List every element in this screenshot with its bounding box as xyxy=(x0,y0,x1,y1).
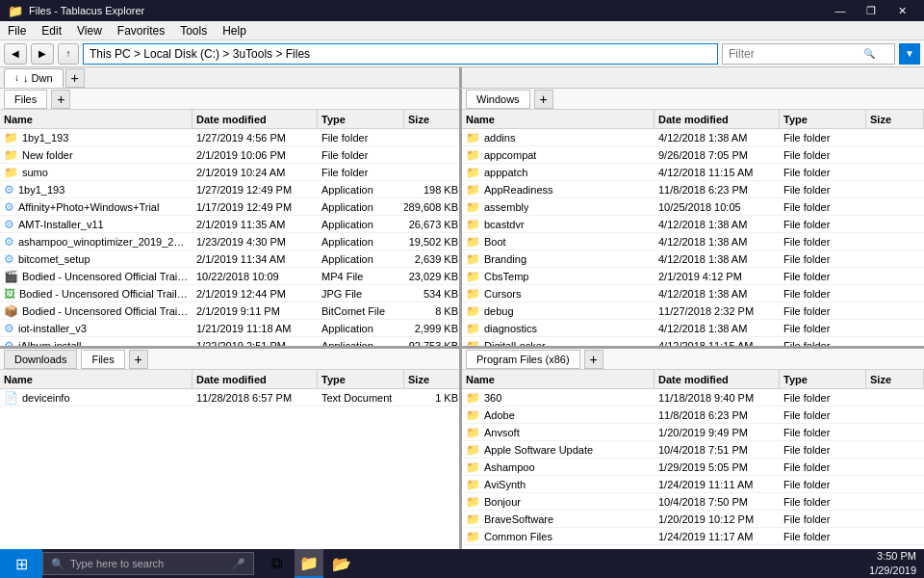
bottom-left-file-list[interactable]: Name Date modified Type Size 📄deviceinfo… xyxy=(0,370,459,578)
search-input[interactable] xyxy=(729,47,863,61)
top-left-header: Name Date modified Type Size xyxy=(0,110,459,129)
folder-taskbar[interactable]: 📂 xyxy=(327,549,356,578)
header-date-bl[interactable]: Date modified xyxy=(192,370,318,388)
table-row[interactable]: 📁appcompat 9/26/2018 7:05 PM File folder xyxy=(462,146,924,164)
header-date-r[interactable]: Date modified xyxy=(654,110,780,128)
top-right-file-list[interactable]: Name Date modified Type Size 📁addins 4/1… xyxy=(462,110,924,346)
file-size xyxy=(866,414,924,416)
table-row[interactable]: 🖼Bodied - Uncensored Official Trailer - … xyxy=(0,285,459,302)
header-type-bl[interactable]: Type xyxy=(318,370,404,388)
table-row[interactable]: 📁Branding 4/12/2018 1:38 AM File folder xyxy=(462,250,924,268)
table-row[interactable]: 📁apppatch 4/12/2018 11:15 AM File folder xyxy=(462,164,924,181)
file-type: Application xyxy=(318,252,404,266)
taskbar-search[interactable]: 🔍 Type here to search 🎤 xyxy=(42,552,254,575)
header-size-r[interactable]: Size xyxy=(866,110,924,128)
header-size[interactable]: Size xyxy=(404,110,459,128)
file-name: apppatch xyxy=(484,167,527,178)
header-name[interactable]: Name xyxy=(0,110,192,128)
menu-tools[interactable]: Tools xyxy=(172,21,215,39)
up-button[interactable]: ↑ xyxy=(58,43,79,65)
header-name-bl[interactable]: Name xyxy=(0,370,192,388)
tab-downloads[interactable]: ↓ ↓ Dwn xyxy=(4,68,64,88)
file-date: 10/4/2018 7:51 PM xyxy=(654,443,780,457)
task-view-button[interactable]: ⧉ xyxy=(262,549,291,578)
back-button[interactable]: ◀ xyxy=(4,43,27,65)
table-row[interactable]: 📁Anvsoft 1/20/2019 9:49 PM File folder xyxy=(462,424,924,441)
table-row[interactable]: 📁bcastdvr 4/12/2018 1:38 AM File folder xyxy=(462,216,924,233)
menu-view[interactable]: View xyxy=(69,21,110,39)
downloads-tab-bottom[interactable]: Downloads xyxy=(4,350,77,369)
taskbar-time: 3:50 PM xyxy=(869,549,916,564)
table-row[interactable]: 📁Boot 4/12/2018 1:38 AM File folder xyxy=(462,233,924,250)
add-pane-tab[interactable]: + xyxy=(51,90,70,109)
minimize-button[interactable]: — xyxy=(826,0,855,21)
table-row[interactable]: 📁1by1_193 1/27/2019 4:56 PM File folder xyxy=(0,129,459,146)
menu-edit[interactable]: Edit xyxy=(34,21,69,39)
header-name-br[interactable]: Name xyxy=(462,370,654,388)
start-button[interactable]: ⊞ xyxy=(0,549,42,578)
table-row[interactable]: 📁addins 4/12/2018 1:38 AM File folder xyxy=(462,129,924,146)
header-date[interactable]: Date modified xyxy=(192,110,318,128)
header-type-br[interactable]: Type xyxy=(780,370,866,388)
table-row[interactable]: 📁BraveSoftware 1/20/2019 10:12 PM File f… xyxy=(462,511,924,528)
table-row[interactable]: ⚙AMT-Installer_v11 2/1/2019 11:35 AM App… xyxy=(0,216,459,233)
table-row[interactable]: 📁AviSynth 1/24/2019 11:11 AM File folder xyxy=(462,476,924,493)
table-row[interactable]: 📦Bodied - Uncensored Official Trailer - … xyxy=(0,302,459,320)
folder-icon: 📁 xyxy=(4,148,18,162)
table-row[interactable]: 📁Bonjour 10/4/2018 7:50 PM File folder xyxy=(462,493,924,511)
menu-file[interactable]: File xyxy=(0,21,34,39)
table-row[interactable]: 🎬Bodied - Uncensored Official Trailer - … xyxy=(0,268,459,285)
table-row[interactable]: ⚙Affinity+Photo+Windows+Trial 1/17/2019 … xyxy=(0,198,459,216)
table-row[interactable]: 📁Common Files 1/24/2019 11:17 AM File fo… xyxy=(462,528,924,545)
add-bottom-right-tab[interactable]: + xyxy=(584,350,603,369)
bottom-right-pane-header: Program Files (x86) + xyxy=(462,349,924,370)
table-row[interactable]: 📁360 11/18/2018 9:40 PM File folder xyxy=(462,389,924,407)
table-row[interactable]: 📁Cursors 4/12/2018 1:38 AM File folder xyxy=(462,285,924,302)
file-name: jAlbum-install xyxy=(18,340,81,347)
header-size-bl[interactable]: Size xyxy=(404,370,459,388)
header-date-br[interactable]: Date modified xyxy=(654,370,780,388)
table-row[interactable]: 📁New folder 2/1/2019 10:06 PM File folde… xyxy=(0,146,459,164)
menu-favorites[interactable]: Favorites xyxy=(110,21,172,39)
table-row[interactable]: ⚙bitcomet_setup 2/1/2019 11:34 AM Applic… xyxy=(0,250,459,268)
table-row[interactable]: 📁Adobe 11/8/2018 6:23 PM File folder xyxy=(462,407,924,424)
file-explorer-taskbar[interactable]: 📁 xyxy=(295,549,323,578)
table-row[interactable]: 📁debug 11/27/2018 2:32 PM File folder xyxy=(462,302,924,320)
file-size xyxy=(866,310,924,312)
program-files-tab[interactable]: Program Files (x86) xyxy=(466,350,580,369)
table-row[interactable]: 📁sumo 2/1/2019 10:24 AM File folder xyxy=(0,164,459,181)
table-row[interactable]: 📁Ashampoo 1/29/2019 5:05 PM File folder xyxy=(462,459,924,476)
file-date: 2/1/2019 10:06 PM xyxy=(192,148,318,162)
forward-button[interactable]: ▶ xyxy=(31,43,54,65)
table-row[interactable]: ⚙iot-installer_v3 1/21/2019 11:18 AM App… xyxy=(0,320,459,337)
table-row[interactable]: ⚙1by1_193 1/27/2019 12:49 PM Application… xyxy=(0,181,459,198)
header-name-r[interactable]: Name xyxy=(462,110,654,128)
windows-tab[interactable]: Windows xyxy=(466,90,530,109)
filter-button[interactable]: ▼ xyxy=(899,43,920,65)
files-tab-bottom[interactable]: Files xyxy=(81,350,124,369)
add-tab-button[interactable]: + xyxy=(65,68,85,88)
table-row[interactable]: 📁DigitalLocker 4/12/2018 11:15 AM File f… xyxy=(462,337,924,346)
table-row[interactable]: 📁AppReadiness 11/8/2018 6:23 PM File fol… xyxy=(462,181,924,198)
table-row[interactable]: 📁Apple Software Update 10/4/2018 7:51 PM… xyxy=(462,441,924,459)
table-row[interactable]: 📄deviceinfo 11/28/2018 6:57 PM Text Docu… xyxy=(0,389,459,407)
add-pane-tab-right[interactable]: + xyxy=(534,90,553,109)
table-row[interactable]: 📁assembly 10/25/2018 10:05 File folder xyxy=(462,198,924,216)
table-row[interactable]: ⚙jAlbum-install 1/22/2019 2:51 PM Applic… xyxy=(0,337,459,346)
bottom-right-file-list[interactable]: Name Date modified Type Size 📁360 11/18/… xyxy=(462,370,924,578)
menu-help[interactable]: Help xyxy=(215,21,254,39)
add-bottom-tab[interactable]: + xyxy=(129,350,148,369)
table-row[interactable]: 📁CbsTemp 2/1/2019 4:12 PM File folder xyxy=(462,268,924,285)
table-row[interactable]: ⚙ashampoo_winoptimizer_2019_29548 1/23/2… xyxy=(0,233,459,250)
files-tab[interactable]: Files xyxy=(4,90,47,109)
table-row[interactable]: 📁diagnostics 4/12/2018 1:38 AM File fold… xyxy=(462,320,924,337)
address-path[interactable]: This PC > Local Disk (C:) > 3uTools > Fi… xyxy=(83,43,718,65)
top-left-file-list[interactable]: Name Date modified Type Size 📁1by1_193 1… xyxy=(0,110,459,346)
header-type[interactable]: Type xyxy=(318,110,404,128)
header-size-br[interactable]: Size xyxy=(866,370,924,388)
header-type-r[interactable]: Type xyxy=(780,110,866,128)
close-button[interactable]: ✕ xyxy=(887,0,916,21)
file-size: 534 KB xyxy=(404,287,459,301)
file-name: AppReadiness xyxy=(484,184,553,196)
maximize-button[interactable]: ❐ xyxy=(857,0,886,21)
